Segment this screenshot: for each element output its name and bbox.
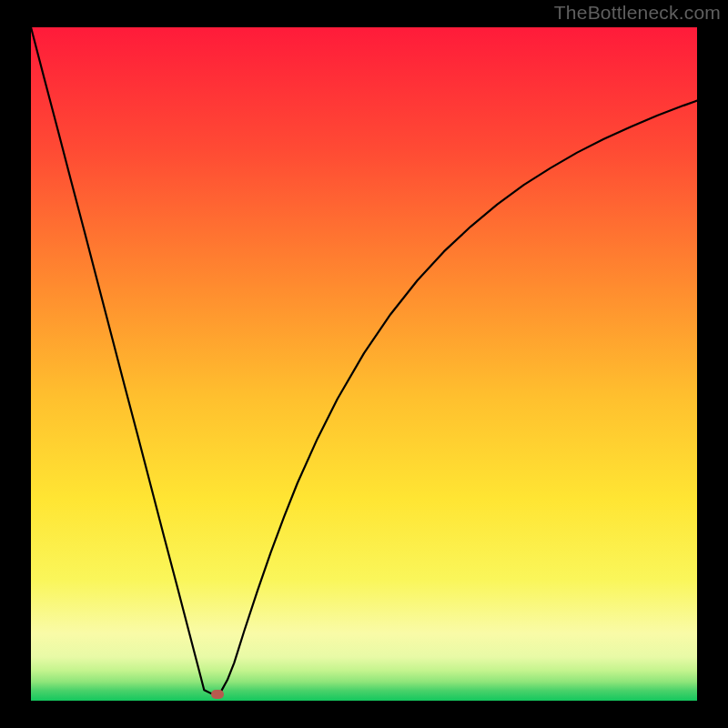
plot-area <box>31 27 697 701</box>
watermark-text: TheBottleneck.com <box>554 2 721 24</box>
optimum-marker <box>211 690 224 699</box>
chart-frame: TheBottleneck.com <box>0 0 728 728</box>
gradient-background <box>31 27 697 701</box>
bottleneck-curve-chart <box>31 27 697 701</box>
